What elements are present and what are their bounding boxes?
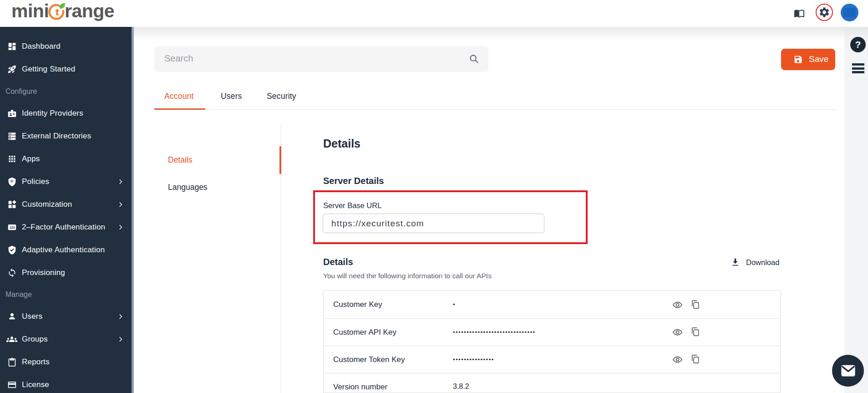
svg-text:123: 123 (10, 226, 15, 229)
svg-text:range: range (65, 1, 114, 21)
svg-text:mini: mini (11, 1, 49, 21)
